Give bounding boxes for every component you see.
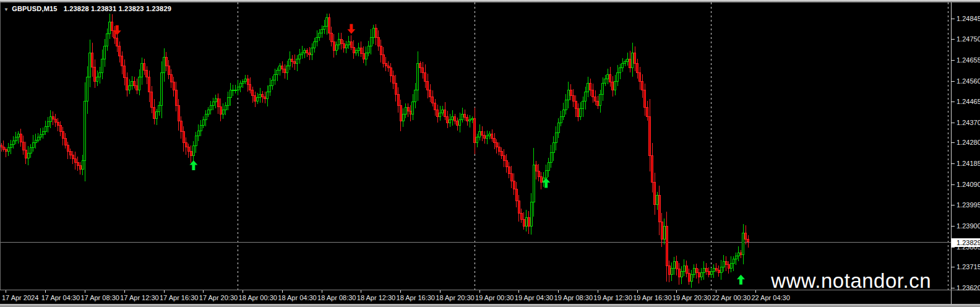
candle-up bbox=[109, 22, 111, 34]
candle-down bbox=[454, 116, 456, 121]
candle-down bbox=[494, 139, 496, 143]
candle-down bbox=[523, 220, 525, 227]
candle-up bbox=[673, 261, 675, 268]
price-axis-label: 1.24655 bbox=[956, 56, 980, 64]
candle-down bbox=[639, 72, 641, 81]
time-axis-label: 18 Apr 16:30 bbox=[397, 294, 435, 301]
candle-down bbox=[747, 240, 749, 242]
candle-down bbox=[170, 75, 172, 82]
candle-down bbox=[54, 119, 56, 123]
candle-up bbox=[567, 90, 569, 100]
price-axis-label: 1.24090 bbox=[956, 181, 980, 189]
candle-up bbox=[580, 109, 582, 116]
candle-down bbox=[74, 159, 76, 163]
candle-down bbox=[728, 265, 729, 268]
time-axis-label: 17 Apr 12:30 bbox=[120, 294, 158, 301]
candle-up bbox=[489, 134, 491, 136]
candle-down bbox=[695, 268, 697, 272]
candle-down bbox=[217, 99, 219, 106]
candle-up bbox=[622, 64, 624, 68]
candle-down bbox=[22, 142, 24, 150]
price-axis-label: 1.24370 bbox=[956, 119, 980, 127]
candle-down bbox=[434, 103, 436, 110]
candle-down bbox=[474, 119, 476, 143]
candle-up bbox=[355, 50, 357, 53]
candle-up bbox=[335, 45, 337, 51]
price-axis-label: 1.24560 bbox=[956, 77, 980, 85]
candle-up bbox=[742, 233, 744, 255]
candle-up bbox=[200, 125, 202, 131]
candle-down bbox=[464, 114, 466, 117]
candle-up bbox=[737, 253, 739, 256]
candle-down bbox=[380, 46, 382, 54]
candle-down bbox=[20, 134, 22, 142]
candle-up bbox=[624, 61, 626, 64]
candle-down bbox=[427, 81, 429, 90]
candle-down bbox=[247, 79, 249, 85]
candle-down bbox=[333, 41, 335, 50]
candle-down bbox=[410, 111, 411, 114]
time-axis-label: 19 Apr 16:30 bbox=[633, 294, 671, 301]
candle-up bbox=[232, 90, 234, 90]
candle-down bbox=[668, 266, 670, 274]
candle-down bbox=[647, 108, 648, 116]
candle-down bbox=[382, 55, 384, 64]
candle-down bbox=[72, 155, 74, 159]
candle-down bbox=[148, 77, 150, 92]
candle-down bbox=[432, 97, 434, 103]
window-bottom-frame[interactable] bbox=[0, 304, 980, 307]
candle-up bbox=[402, 114, 404, 121]
time-axis-label: 22 Apr 04:30 bbox=[751, 294, 789, 301]
candle-down bbox=[62, 132, 64, 139]
candle-up bbox=[37, 137, 39, 140]
time-axis-label: 19 Apr 00:30 bbox=[475, 294, 514, 301]
candle-down bbox=[612, 82, 614, 90]
candle-down bbox=[126, 78, 128, 90]
candle-up bbox=[45, 127, 46, 132]
candle-down bbox=[538, 171, 539, 177]
candle-down bbox=[190, 152, 192, 156]
candle-up bbox=[289, 59, 291, 66]
candle-down bbox=[505, 160, 507, 167]
candle-down bbox=[59, 125, 61, 132]
candle-down bbox=[360, 48, 362, 54]
candle-down bbox=[592, 90, 594, 97]
candle-up bbox=[607, 75, 609, 79]
candle-up bbox=[12, 141, 14, 144]
candle-up bbox=[17, 134, 19, 137]
candle-down bbox=[121, 56, 123, 66]
candle-down bbox=[520, 213, 522, 220]
candle-down bbox=[642, 81, 643, 90]
candle-down bbox=[69, 152, 71, 155]
candle-up bbox=[693, 268, 695, 275]
sell-signal-arrow-icon bbox=[347, 24, 355, 34]
candle-up bbox=[47, 121, 49, 126]
chart-window: ▼GBPUSD,M151.23828 1.23831 1.23823 1.238… bbox=[0, 0, 980, 307]
candle-down bbox=[634, 53, 636, 64]
candle-down bbox=[503, 156, 505, 160]
symbol-dropdown-icon[interactable]: ▼ bbox=[4, 7, 9, 12]
candle-up bbox=[479, 132, 481, 137]
candle-down bbox=[437, 110, 439, 116]
candle-up bbox=[296, 59, 298, 64]
candle-up bbox=[565, 100, 567, 110]
time-axis-label: 22 Apr 00:30 bbox=[712, 294, 750, 301]
candle-down bbox=[572, 95, 574, 101]
candle-up bbox=[227, 98, 229, 105]
candle-down bbox=[340, 40, 342, 44]
candle-up bbox=[735, 256, 737, 259]
chart-canvas[interactable] bbox=[0, 0, 980, 307]
candle-up bbox=[259, 95, 261, 98]
candle-up bbox=[449, 119, 451, 123]
candle-down bbox=[597, 101, 599, 105]
candle-down bbox=[178, 105, 179, 121]
candle-up bbox=[269, 85, 271, 92]
candle-down bbox=[153, 108, 155, 119]
candle-down bbox=[518, 201, 520, 214]
candle-up bbox=[106, 34, 108, 46]
candle-up bbox=[663, 227, 665, 240]
price-axis-border bbox=[951, 2, 952, 304]
price-axis-label: 1.24280 bbox=[956, 139, 980, 147]
candle-up bbox=[42, 132, 44, 134]
candle-up bbox=[82, 160, 84, 169]
